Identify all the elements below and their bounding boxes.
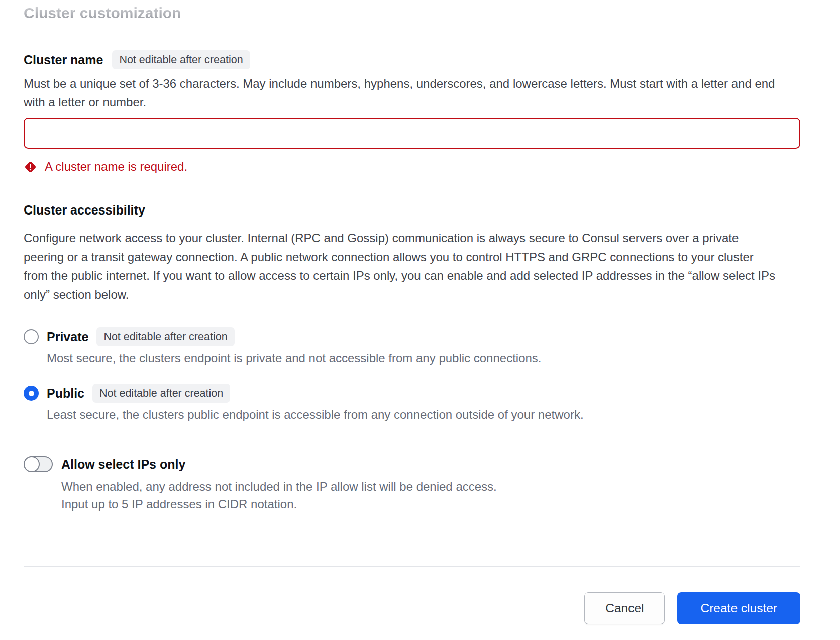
allow-select-ips-label: Allow select IPs only (61, 456, 185, 473)
accessibility-radio-group: Private Not editable after creation Most… (24, 327, 800, 422)
allow-select-ips-desc-line1: When enabled, any address not included i… (61, 480, 497, 493)
public-badge: Not editable after creation (92, 384, 230, 403)
footer-actions: Cancel Create cluster (24, 592, 800, 624)
cluster-accessibility-heading: Cluster accessibility (24, 201, 800, 219)
page-title: Cluster customization (24, 3, 181, 23)
cluster-name-description: Must be a unique set of 3-36 characters.… (24, 74, 777, 112)
cluster-name-badge: Not editable after creation (112, 50, 250, 69)
public-option: Public Not editable after creation Least… (24, 384, 800, 422)
footer-divider (24, 566, 800, 567)
private-label: Private (47, 328, 88, 345)
public-description: Least secure, the clusters public endpoi… (47, 407, 760, 422)
private-radio[interactable] (24, 329, 39, 344)
private-description: Most secure, the clusters endpoint is pr… (47, 350, 760, 366)
allow-select-ips-desc-line2: Input up to 5 IP addresses in CIDR notat… (61, 497, 297, 511)
cluster-name-error: A cluster name is required. (24, 159, 800, 174)
private-option: Private Not editable after creation Most… (24, 327, 800, 366)
cluster-name-input[interactable] (24, 118, 800, 149)
cluster-name-label: Cluster name (24, 51, 103, 68)
public-label: Public (47, 385, 84, 402)
cluster-customization-form: Cluster customization Cluster name Not e… (0, 0, 840, 640)
cluster-accessibility-description: Configure network access to your cluster… (24, 229, 777, 304)
allow-select-ips-description: When enabled, any address not included i… (61, 478, 714, 513)
alert-diamond-icon (24, 160, 37, 174)
toggle-knob (24, 456, 40, 472)
allow-select-ips-section: Allow select IPs only When enabled, any … (24, 456, 800, 513)
allow-select-ips-row: Allow select IPs only (24, 456, 800, 473)
create-cluster-button[interactable]: Create cluster (677, 592, 800, 624)
error-message: A cluster name is required. (45, 159, 187, 174)
private-option-row[interactable]: Private Not editable after creation (24, 327, 800, 346)
cancel-button[interactable]: Cancel (584, 592, 665, 624)
allow-select-ips-toggle[interactable] (24, 456, 53, 472)
private-badge: Not editable after creation (96, 327, 234, 346)
public-option-row[interactable]: Public Not editable after creation (24, 384, 800, 403)
cluster-name-label-row: Cluster name Not editable after creation (24, 50, 800, 69)
public-radio[interactable] (24, 386, 39, 401)
